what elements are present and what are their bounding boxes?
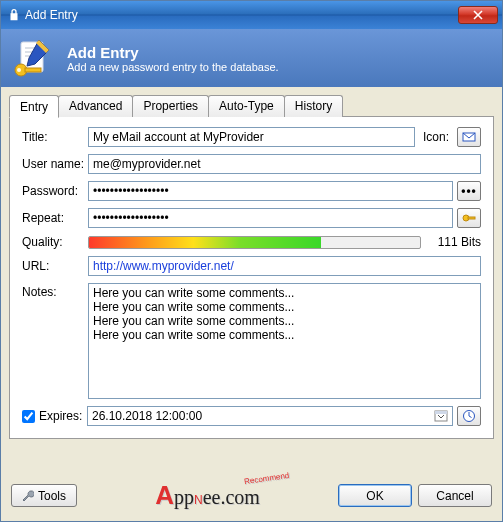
header-text: Add Entry Add a new password entry to th… <box>67 44 279 73</box>
generate-password-button[interactable] <box>457 208 481 228</box>
expires-value: 26.10.2018 12:00:00 <box>92 409 434 423</box>
tab-panel-entry: Title: Icon: User name: Password: ••• R <box>9 116 494 439</box>
svg-rect-8 <box>435 411 447 414</box>
key-gen-icon <box>462 212 476 224</box>
dialog-header: Add Entry Add a new password entry to th… <box>1 29 502 87</box>
tab-strip: Entry Advanced Properties Auto-Type Hist… <box>9 95 494 117</box>
expires-checkbox[interactable] <box>22 410 35 423</box>
password-input[interactable] <box>88 181 453 201</box>
ok-button[interactable]: OK <box>338 484 412 507</box>
expires-label: Expires: <box>39 409 87 423</box>
brand-watermark: AppNee.com Recommend <box>155 480 260 511</box>
icon-label: Icon: <box>423 130 449 144</box>
quality-text: 111 Bits <box>431 235 481 249</box>
url-label: URL: <box>22 259 88 273</box>
wrench-icon <box>22 490 34 502</box>
title-input[interactable] <box>88 127 415 147</box>
tab-entry[interactable]: Entry <box>9 95 59 118</box>
tools-button[interactable]: Tools <box>11 484 77 507</box>
notes-textarea[interactable] <box>88 283 481 399</box>
svg-rect-6 <box>468 217 475 219</box>
header-subtitle: Add a new password entry to the database… <box>67 61 279 73</box>
expires-datetime-input[interactable]: 26.10.2018 12:00:00 <box>87 406 453 426</box>
password-label: Password: <box>22 184 88 198</box>
footer: Tools AppNee.com Recommend OK Cancel <box>1 474 502 521</box>
repeat-input[interactable] <box>88 208 453 228</box>
repeat-label: Repeat: <box>22 211 88 225</box>
titlebar: Add Entry <box>1 1 502 29</box>
calendar-dropdown-icon <box>434 409 448 423</box>
icon-picker-button[interactable] <box>457 127 481 147</box>
notes-label: Notes: <box>22 283 88 399</box>
window-title: Add Entry <box>25 8 458 22</box>
tab-history[interactable]: History <box>284 95 343 117</box>
quality-fill <box>89 237 321 248</box>
quality-bar <box>88 236 421 249</box>
toggle-password-button[interactable]: ••• <box>457 181 481 201</box>
key-pencil-icon <box>13 36 57 80</box>
tab-autotype[interactable]: Auto-Type <box>208 95 285 117</box>
clock-icon <box>462 409 476 423</box>
window: Add Entry Add Entry Add a new password e… <box>0 0 503 522</box>
dots-icon: ••• <box>461 184 477 198</box>
title-label: Title: <box>22 130 88 144</box>
tab-advanced[interactable]: Advanced <box>58 95 133 117</box>
tab-properties[interactable]: Properties <box>132 95 209 117</box>
content-area: Entry Advanced Properties Auto-Type Hist… <box>1 87 502 474</box>
svg-point-3 <box>17 68 21 72</box>
cancel-button[interactable]: Cancel <box>418 484 492 507</box>
envelope-icon <box>462 131 476 143</box>
close-button[interactable] <box>458 6 498 24</box>
username-input[interactable] <box>88 154 481 174</box>
expires-preset-button[interactable] <box>457 406 481 426</box>
header-title: Add Entry <box>67 44 279 61</box>
lock-icon <box>7 8 21 22</box>
tools-label: Tools <box>38 489 66 503</box>
svg-rect-2 <box>25 68 41 72</box>
url-input[interactable] <box>88 256 481 276</box>
quality-label: Quality: <box>22 235 88 249</box>
username-label: User name: <box>22 157 88 171</box>
